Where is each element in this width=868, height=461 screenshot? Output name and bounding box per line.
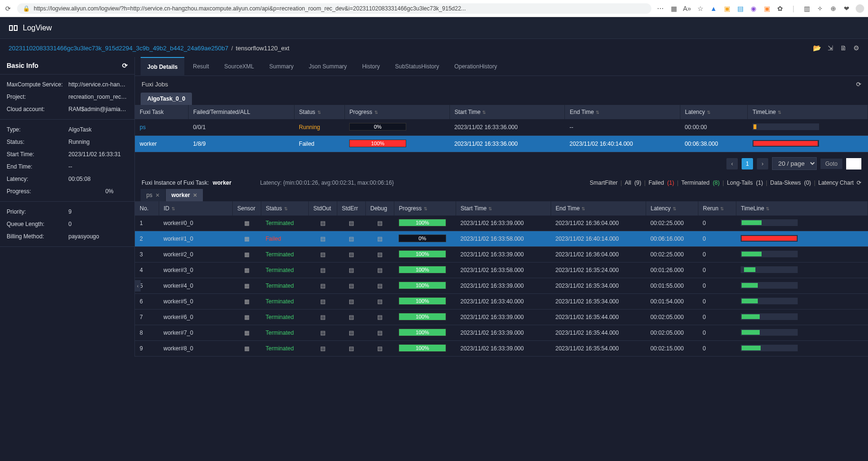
page-size[interactable]: 20 / page (772, 157, 817, 170)
collapse-handle[interactable]: ‹ (135, 280, 141, 292)
tab-substatushistory[interactable]: SubStatusHistory (388, 57, 446, 76)
reload-icon[interactable]: ⟳ (4, 4, 12, 13)
sync-icon[interactable]: ⊕ (829, 4, 838, 13)
debug-button[interactable]: ▤ (365, 325, 394, 341)
ext2-icon[interactable]: ▣ (723, 4, 731, 13)
fuxi-task-row[interactable]: worker 1/8/9 Failed 100% 2023/11/02 16:3… (135, 136, 868, 152)
debug-button[interactable]: ▤ (365, 263, 394, 278)
col-header[interactable]: End Time⇅ (551, 201, 646, 216)
gear-icon[interactable]: ⚙ (853, 44, 859, 52)
filter-dataskews[interactable]: Data-Skews (0) (770, 179, 811, 186)
stdout-button[interactable]: ▤ (308, 294, 337, 310)
stdout-button[interactable]: ▤ (308, 231, 337, 247)
filter-terminated[interactable]: Terminated (8) (681, 179, 720, 186)
col-header[interactable]: Start Time⇅ (456, 201, 551, 216)
sensor-icon[interactable]: ▦ (232, 310, 261, 325)
stderr-button[interactable]: ▤ (337, 216, 365, 231)
stdout-button[interactable]: ▤ (308, 310, 337, 325)
stderr-button[interactable]: ▤ (337, 231, 365, 247)
sensor-icon[interactable]: ▦ (232, 294, 261, 310)
sensor-icon[interactable]: ▦ (232, 325, 261, 341)
col-header[interactable]: Sensor (232, 201, 261, 216)
filter-failed[interactable]: Failed (1) (649, 179, 674, 186)
debug-button[interactable]: ▤ (365, 278, 394, 294)
split-icon[interactable]: ▥ (802, 4, 811, 13)
ext1-icon[interactable]: ▲ (709, 4, 718, 13)
stderr-button[interactable]: ▤ (337, 263, 365, 278)
tab-sourcexml[interactable]: SourceXML (218, 57, 261, 76)
crumb-job[interactable]: 20231102083331466gc3u3lec73k_915d2294_3c… (9, 45, 229, 52)
instance-tab-ps[interactable]: ps ✕ (141, 189, 166, 201)
instance-row[interactable]: 8 worker#7_0 ▦ Terminated ▤ ▤ ▤ 100% 202… (135, 325, 868, 341)
sensor-icon[interactable]: ▦ (232, 231, 261, 247)
stderr-button[interactable]: ▤ (337, 341, 365, 357)
col-header[interactable]: Failed/Terminated/ALL (188, 105, 294, 119)
col-header[interactable]: Progress⇅ (394, 201, 456, 216)
collections-icon[interactable]: ✧ (816, 4, 824, 13)
stdout-button[interactable]: ▤ (308, 263, 337, 278)
col-header[interactable]: Progress⇅ (344, 105, 449, 119)
refresh-icon[interactable]: ⟳ (122, 62, 128, 69)
sensor-icon[interactable]: ▦ (232, 247, 261, 263)
algo-task-tab[interactable]: AlgoTask_0_0 (141, 93, 192, 105)
copy-icon[interactable]: 🗎 (840, 44, 847, 52)
col-header[interactable]: Latency⇅ (646, 201, 698, 216)
stdout-button[interactable]: ▤ (308, 216, 337, 231)
open-icon[interactable]: 📂 (813, 44, 821, 52)
read-icon[interactable]: A» (683, 4, 691, 13)
ext5-icon[interactable]: ▣ (763, 4, 771, 13)
close-icon[interactable]: ✕ (155, 192, 160, 198)
col-header[interactable]: Latency⇅ (680, 105, 747, 119)
debug-button[interactable]: ▤ (365, 231, 394, 247)
col-header[interactable]: End Time⇅ (565, 105, 680, 119)
debug-button[interactable]: ▤ (365, 341, 394, 357)
close-icon[interactable]: ✕ (193, 192, 197, 198)
latency-chart-link[interactable]: Latency Chart (818, 179, 854, 186)
profile-icon[interactable] (856, 4, 864, 13)
tab-result[interactable]: Result (186, 57, 216, 76)
filter-longtails[interactable]: Long-Tails (1) (727, 179, 763, 186)
instance-row[interactable]: 3 worker#2_0 ▦ Terminated ▤ ▤ ▤ 100% 202… (135, 247, 868, 263)
stderr-button[interactable]: ▤ (337, 294, 365, 310)
sensor-icon[interactable]: ▦ (232, 216, 261, 231)
tab-jobdetails[interactable]: Job Details (141, 57, 184, 76)
debug-button[interactable]: ▤ (365, 294, 394, 310)
address-bar[interactable]: 🔒 https://logview.aliyun.com/logview/?h=… (17, 3, 651, 14)
sensor-icon[interactable]: ▦ (232, 278, 261, 294)
ext4-icon[interactable]: ◉ (749, 4, 758, 13)
filter-all[interactable]: All (9) (625, 179, 641, 186)
export-icon[interactable]: ⇲ (828, 44, 833, 52)
extensions-icon[interactable]: ✿ (776, 4, 784, 13)
col-header[interactable]: Debug (365, 201, 394, 216)
col-header[interactable]: Fuxi Task (135, 105, 188, 119)
instance-row[interactable]: 6 worker#5_0 ▦ Terminated ▤ ▤ ▤ 100% 202… (135, 294, 868, 310)
star-icon[interactable]: ☆ (696, 4, 705, 13)
instance-row[interactable]: 9 worker#8_0 ▦ Terminated ▤ ▤ ▤ 100% 202… (135, 341, 868, 357)
tab-operationhistory[interactable]: OperationHistory (448, 57, 504, 76)
sensor-icon[interactable]: ▦ (232, 263, 261, 278)
stdout-button[interactable]: ▤ (308, 341, 337, 357)
col-header[interactable]: ID⇅ (159, 201, 232, 216)
col-header[interactable]: Rerun⇅ (698, 201, 736, 216)
debug-button[interactable]: ▤ (365, 310, 394, 325)
page-1[interactable]: 1 (742, 158, 753, 169)
col-header[interactable]: Status⇅ (261, 201, 308, 216)
instance-row[interactable]: 5 worker#4_0 ▦ Terminated ▤ ▤ ▤ 100% 202… (135, 278, 868, 294)
next-page[interactable]: › (757, 158, 768, 169)
col-header[interactable]: No. (135, 201, 159, 216)
goto-input[interactable] (846, 158, 861, 169)
tab-summary[interactable]: Summary (263, 57, 300, 76)
refresh-icon[interactable]: ⟳ (856, 81, 861, 88)
instance-row[interactable]: 7 worker#6_0 ▦ Terminated ▤ ▤ ▤ 100% 202… (135, 310, 868, 325)
stdout-button[interactable]: ▤ (308, 247, 337, 263)
col-header[interactable]: Status⇅ (294, 105, 344, 119)
col-header[interactable]: StdOut (308, 201, 337, 216)
debug-button[interactable]: ▤ (365, 247, 394, 263)
sensor-icon[interactable]: ▦ (232, 341, 261, 357)
stderr-button[interactable]: ▤ (337, 247, 365, 263)
translate-icon[interactable]: ⋯ (656, 4, 665, 13)
debug-button[interactable]: ▤ (365, 216, 394, 231)
col-header[interactable]: Start Time⇅ (449, 105, 565, 119)
stderr-button[interactable]: ▤ (337, 278, 365, 294)
prev-page[interactable]: ‹ (726, 158, 738, 169)
